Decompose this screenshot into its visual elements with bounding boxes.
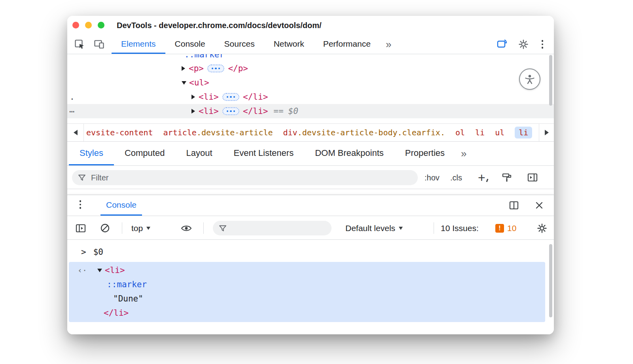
crumb-li[interactable]: li <box>475 128 485 137</box>
sidebar-toggle-icon[interactable] <box>527 166 538 189</box>
zoom-window-button[interactable] <box>98 22 104 28</box>
styles-filter-input[interactable] <box>91 173 412 182</box>
toolbar-divider <box>122 222 122 234</box>
toolbar-left-icons <box>74 35 105 54</box>
clipped-marker-pseudo[interactable]: ::marker <box>184 54 224 62</box>
breadcrumb-prev-icon[interactable] <box>67 124 84 141</box>
chevron-down-icon <box>399 227 403 230</box>
elements-tree: ::marker <p> </p> <ul> <li> </li> <li> <… <box>67 54 554 123</box>
inline-expand-icon[interactable] <box>222 107 240 116</box>
console-sidebar-icon[interactable] <box>75 216 86 240</box>
paint-roller-icon[interactable] <box>502 166 513 189</box>
console-command-row: > $0 <box>67 245 103 259</box>
close-window-button[interactable] <box>72 22 79 28</box>
tab-styles[interactable]: Styles <box>69 142 114 165</box>
tab-computed[interactable]: Computed <box>114 142 176 165</box>
sync-icon[interactable] <box>496 38 508 50</box>
tab-elements[interactable]: Elements <box>112 35 165 54</box>
styles-filter-field[interactable] <box>72 170 418 185</box>
inline-expand-icon[interactable] <box>222 93 240 101</box>
crumb-li-selected[interactable]: li <box>515 127 532 138</box>
console-scrollbar[interactable] <box>549 244 552 317</box>
toggle-hover-state-button[interactable]: :hov <box>425 166 440 189</box>
new-rule-caret <box>486 179 488 182</box>
execution-context-dropdown[interactable]: top <box>131 216 150 240</box>
crumb-ol[interactable]: ol <box>455 128 465 137</box>
console-result-block[interactable]: ‹· <li> ::marker "Dune" </li> <box>69 262 545 322</box>
tree-node-ul[interactable]: <ul> <box>67 76 554 90</box>
collapse-arrow-icon[interactable] <box>97 269 102 272</box>
crumb-devsite-content[interactable]: evsite-content <box>86 128 153 137</box>
result-marker-pseudo: ::marker <box>107 277 147 292</box>
toolbar-divider <box>203 222 204 234</box>
open-tag: <p> <box>189 64 204 73</box>
main-toolbar: Elements Console Sources Network Perform… <box>67 35 554 54</box>
tab-console[interactable]: Console <box>165 35 215 54</box>
drawer-tab-console[interactable]: Console <box>100 195 142 216</box>
collapse-arrow-icon[interactable] <box>182 81 186 85</box>
overflow-menu-icon[interactable] <box>539 40 546 49</box>
crumb-div[interactable]: div.devsite-article-body.clearfix. <box>283 128 445 137</box>
result-open-tag-row: <li> <box>97 263 125 277</box>
issues-label[interactable]: 10 Issues: <box>441 216 479 240</box>
tab-sources[interactable]: Sources <box>215 35 264 54</box>
gutter-dot: . <box>70 90 75 104</box>
close-tag: </li> <box>243 92 268 102</box>
open-tag: <li> <box>199 106 219 116</box>
chevron-down-icon <box>146 227 150 230</box>
close-tag: </p> <box>228 64 248 73</box>
console-drawer-header: Console <box>67 195 554 216</box>
devtools-window: DevTools - developer.chrome.com/docs/dev… <box>67 16 554 334</box>
log-levels-dropdown[interactable]: Default levels <box>345 216 403 240</box>
inspect-element-icon[interactable] <box>74 38 85 50</box>
expand-arrow-icon[interactable] <box>182 66 185 71</box>
accessibility-overlay-icon[interactable] <box>519 68 540 90</box>
device-toolbar-icon[interactable] <box>93 38 105 50</box>
live-expression-eye-icon[interactable] <box>180 216 192 240</box>
tab-performance[interactable]: Performance <box>314 35 380 54</box>
more-panels-icon[interactable]: » <box>380 35 397 54</box>
console-filter-field[interactable] <box>213 221 332 235</box>
result-return-icon: ‹· <box>78 263 87 277</box>
crumb-article[interactable]: article.devsite-article <box>163 128 273 137</box>
tree-node-li-selected[interactable]: <li> </li> == $0 <box>67 104 554 118</box>
breadcrumb: evsite-content article.devsite-article d… <box>84 127 532 138</box>
tab-dom-breakpoints[interactable]: DOM Breakpoints <box>304 142 394 165</box>
issues-counter[interactable]: ! 10 <box>495 216 516 240</box>
open-tag: <ul> <box>189 78 209 87</box>
split-panel-icon[interactable] <box>508 199 520 211</box>
issues-count: 10 <box>507 224 516 233</box>
tab-network[interactable]: Network <box>264 35 314 54</box>
elements-scrollbar[interactable] <box>549 55 552 106</box>
panel-tabs: Elements Console Sources Network Perform… <box>112 35 397 54</box>
console-prompt-icon: > <box>81 247 86 257</box>
crumb-ul[interactable]: ul <box>495 128 504 137</box>
result-close-tag-row: </li> <box>104 306 129 320</box>
settings-gear-icon[interactable] <box>517 38 529 50</box>
tree-node-li[interactable]: <li> </li> <box>67 90 554 104</box>
drawer-menu-icon[interactable] <box>77 200 84 209</box>
titlebar: DevTools - developer.chrome.com/docs/dev… <box>67 16 554 35</box>
tree-node-p[interactable]: <p> </p> <box>67 61 554 76</box>
filter-funnel-icon <box>218 224 227 233</box>
toggle-class-button[interactable]: .cls <box>450 166 462 189</box>
tab-layout[interactable]: Layout <box>175 142 223 165</box>
console-filter-input[interactable] <box>232 224 326 233</box>
minimize-window-button[interactable] <box>85 22 92 28</box>
toolbar-right-icons <box>496 35 546 54</box>
new-style-rule-button[interactable]: + <box>478 166 487 189</box>
inline-expand-icon[interactable] <box>207 64 225 73</box>
console-settings-gear-icon[interactable] <box>536 216 548 240</box>
breadcrumb-next-icon[interactable] <box>539 124 554 141</box>
more-style-tabs-icon[interactable]: » <box>455 142 472 165</box>
expand-arrow-icon[interactable] <box>191 95 195 99</box>
expand-arrow-icon[interactable] <box>191 109 195 114</box>
window-title: DevTools - developer.chrome.com/docs/dev… <box>117 16 322 35</box>
toolbar-divider <box>434 222 434 234</box>
styles-pane-tabs: Styles Computed Layout Event Listeners D… <box>67 142 554 166</box>
clear-console-icon[interactable] <box>100 216 110 240</box>
close-drawer-icon[interactable] <box>533 199 545 211</box>
console-output: > $0 ‹· <li> ::marker "Dune" </li> <box>67 240 554 334</box>
tab-event-listeners[interactable]: Event Listeners <box>223 142 305 165</box>
tab-properties[interactable]: Properties <box>394 142 455 165</box>
